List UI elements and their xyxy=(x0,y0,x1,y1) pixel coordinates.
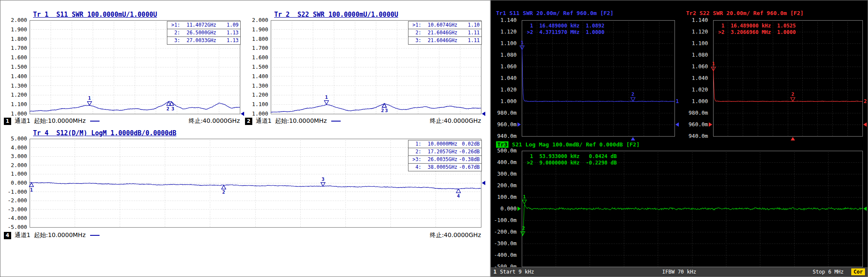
trace-number-label: 2 xyxy=(864,98,867,104)
marker-readout-cell: 3: xyxy=(169,37,180,44)
marker-readout-line: 1 16.489000 kHz 1.0892 xyxy=(527,23,605,29)
trace-number-badge: 2 xyxy=(245,118,252,125)
y-axis-tick-label: 1.000 xyxy=(252,110,268,117)
y-axis-tick-label: 400.0m xyxy=(497,159,517,165)
ref-level-arrow-right xyxy=(675,122,679,127)
trace-title-tr3-s21-logmag[interactable]: Tr3 S21 Log Mag 100.0mdB/ Ref 0.000dB [F… xyxy=(496,141,640,148)
marker-readout-cell: 0.02dB xyxy=(457,141,480,147)
marker-number-label: 2 xyxy=(632,91,635,97)
y-axis-tick-label: 1.120 xyxy=(500,28,517,35)
y-axis-tick-label: 1.100 xyxy=(252,101,268,107)
marker-number-label: 2 xyxy=(166,106,169,112)
y-axis-tick-label: 1.040 xyxy=(500,75,517,81)
y-axis-tick-label: 980.0m xyxy=(497,110,517,116)
marker-readout-cell: 1: xyxy=(410,141,421,147)
stop-frequency-label: 终止:40.0000GHz xyxy=(189,117,240,125)
channel-number: 1 xyxy=(493,269,496,275)
y-axis-tick-label: 1.500 xyxy=(252,64,268,70)
trace-title-tr2-s22-swr[interactable]: Tr2 S22 SWR 20.00m/ Ref 960.0m [F2] xyxy=(686,10,804,16)
trace-R1[interactable] xyxy=(522,47,674,102)
marker-1[interactable] xyxy=(522,200,526,204)
marker-readout-cell: 1.09 xyxy=(216,22,239,28)
ref-level-arrow-left xyxy=(709,122,712,127)
y-axis-tick-label: 1.900 xyxy=(252,26,268,33)
y-axis-tick-label: 1.000 xyxy=(11,110,27,117)
ref-level-arrow-left xyxy=(517,207,521,211)
marker-readout-cell: 2: xyxy=(410,30,421,36)
marker-readout-lines-s22: 1 16.489000 kHz 1.0525>2 3.2066960 MHz 1… xyxy=(718,23,796,36)
y-axis-tick-label: 500.0m xyxy=(497,147,517,154)
marker-readout-cell: >1: xyxy=(410,22,421,28)
y-axis-tick-label: 1.060 xyxy=(692,63,708,70)
y-axis-tick-label: 100.0m xyxy=(497,194,517,200)
marker-readout-cell: 1.11 xyxy=(457,37,480,44)
marker-4[interactable] xyxy=(456,189,460,193)
marker-1[interactable] xyxy=(29,183,33,187)
marker-2[interactable] xyxy=(221,185,226,189)
marker-readout-cell: 17.2057GHz xyxy=(421,149,457,155)
y-axis-tick-label: 1.600 xyxy=(11,54,27,61)
marker-readout-cell: 21.6046GHz xyxy=(421,30,457,36)
marker-readout-line: >2 9.0000000 kHz -0.2298 dB xyxy=(527,160,617,166)
ref-level-arrow-right xyxy=(482,112,485,116)
channel-label: 通道1 xyxy=(256,117,272,125)
y-axis-tick-label: 1.300 xyxy=(252,82,268,89)
y-axis-tick-label: 1.000 xyxy=(692,98,708,104)
ref-level-arrow-left xyxy=(517,122,521,127)
channel-bar-trace1: 1 通道1 起始:10.0000MHz 终止:40.0000GHz xyxy=(4,117,240,125)
marker-1[interactable] xyxy=(324,100,329,104)
marker-readout-row: >3:26.0035GHz-0.38dB xyxy=(408,155,481,163)
y-axis-tick-label: -2.000 xyxy=(8,197,27,204)
y-axis-tick-label: 0.000 xyxy=(11,180,27,186)
y-axis-tick-label: 1.000 xyxy=(500,98,517,104)
y-axis-tick-label: 1.400 xyxy=(252,73,268,79)
y-axis-tick-label: -4.000 xyxy=(8,215,27,221)
y-axis-tick-label: 200.0m xyxy=(497,182,517,189)
trace-style-indicator xyxy=(90,121,100,122)
marker-number-label: 3 xyxy=(171,106,174,112)
y-axis-tick-label: 1.120 xyxy=(692,28,708,35)
y-axis-tick-label: 2.000 xyxy=(11,162,27,168)
marker-readout-cell: 4: xyxy=(410,164,421,170)
marker-readout-line: 1 16.489000 kHz 1.0525 xyxy=(718,23,796,29)
marker-readout-cell: 1.10 xyxy=(457,22,480,28)
marker-number-label: 1 xyxy=(712,61,715,67)
start-frequency-label: 起始:10.0000MHz xyxy=(34,117,86,125)
y-axis-tick-label: 1.800 xyxy=(252,36,268,42)
marker-position-indicator xyxy=(631,137,635,140)
channel-label: 通道1 xyxy=(15,231,30,239)
marker-2[interactable] xyxy=(631,97,635,101)
marker-number-label: 1 xyxy=(88,95,91,101)
y-axis-tick-label: 1.140 xyxy=(692,17,708,23)
marker-2[interactable] xyxy=(791,97,795,101)
trace-R3[interactable] xyxy=(522,204,862,236)
marker-readout-line: >2 3.2066960 MHz 1.0000 xyxy=(718,29,796,36)
ref-level-arrow-right xyxy=(241,112,244,116)
marker-readout-row: 1:10.0000MHz0.02dB xyxy=(408,140,481,148)
y-axis-tick-label: 1.200 xyxy=(252,91,268,98)
channel-label: 通道1 xyxy=(15,117,30,125)
start-frequency-label: 起始:10.0000MHz xyxy=(34,231,86,239)
y-axis-tick-label: -5.000 xyxy=(8,224,27,230)
y-axis-tick-label: 1.020 xyxy=(500,86,517,93)
marker-1[interactable] xyxy=(88,101,92,105)
marker-readout-lines-s21: 1 53.933000 kHz 0.0424 dB>2 9.0000000 kH… xyxy=(527,153,617,166)
channel-bar-trace4: 4 通道1 起始:10.0000MHz 终止:40.0000GHz xyxy=(4,231,481,239)
marker-readout-row: 3:21.6046GHz1.11 xyxy=(408,37,481,44)
trace-title-tr1-s11-swr[interactable]: Tr1 S11 SWR 20.00m/ Ref 960.0m [F2] xyxy=(496,10,614,16)
marker-readout-cell: 1.13 xyxy=(216,37,239,44)
dual-vna-screenshot: 2.0001.9001.8001.7001.6001.5001.4001.300… xyxy=(0,0,868,277)
marker-readout-cell: 1.13 xyxy=(216,30,239,36)
trace-title-tr2-s22[interactable]: Tr 2 S22 SWR 100.0000mU/1.0000U xyxy=(274,11,398,18)
marker-readout-cell: >1: xyxy=(169,22,180,28)
marker-number-label: 2 xyxy=(381,108,384,113)
trace-title-tr1-s11[interactable]: Tr 1 S11 SWR 100.0000mU/1.0000U xyxy=(33,11,157,18)
trace-title-text: S21 Log Mag 100.0mdB/ Ref 0.000dB [F2] xyxy=(508,141,639,148)
marker-readout-cell: 26.0035GHz xyxy=(421,156,457,163)
trace-number-badge: 1 xyxy=(4,118,11,125)
trace-title-tr4-s12[interactable]: Tr 4 S12(D/M) LogM 1.0000dB/0.0000dB xyxy=(33,129,176,137)
y-axis-tick-label: 940.0m xyxy=(497,133,517,139)
y-axis-tick-label: 1.700 xyxy=(252,45,268,51)
y-axis-tick-label: 1.040 xyxy=(692,75,708,81)
y-axis-tick-label: 5.000 xyxy=(11,135,27,142)
